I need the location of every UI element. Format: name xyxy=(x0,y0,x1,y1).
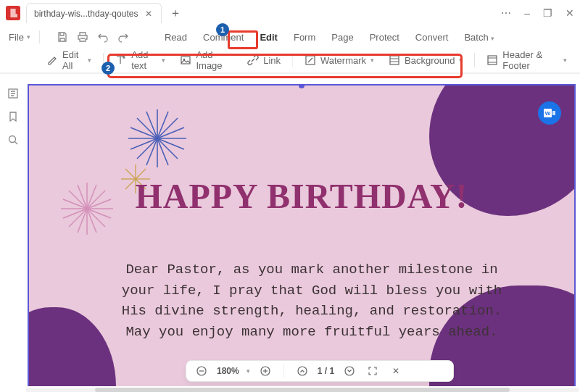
file-menu[interactable]: File▾ xyxy=(6,30,33,44)
svg-line-16 xyxy=(137,118,157,138)
svg-point-6 xyxy=(9,136,16,143)
document-title-text[interactable]: HAPPY BIRTHDAY! xyxy=(29,176,574,216)
file-menu-label: File xyxy=(9,32,24,43)
add-image-label: Add Image xyxy=(196,49,233,71)
svg-line-12 xyxy=(157,138,178,159)
edit-all-label: Edit All xyxy=(62,49,83,71)
quick-access-toolbar xyxy=(56,30,130,43)
more-icon[interactable]: ⋯ xyxy=(501,7,511,19)
svg-point-54 xyxy=(298,367,307,375)
header-footer-icon xyxy=(486,54,498,66)
close-window-icon[interactable]: ✕ xyxy=(566,7,574,19)
close-statusbar-button[interactable]: ✕ xyxy=(388,363,404,379)
document-page[interactable]: W HAPPY BIRTHDAY! Dear Pastor, as you ma… xyxy=(28,84,576,386)
horizontal-scrollbar[interactable] xyxy=(26,388,579,392)
page-indicator[interactable]: 1 / 1 xyxy=(318,366,334,376)
add-text-button[interactable]: Add text▾ xyxy=(109,46,171,74)
watermark-button[interactable]: Watermark▾ xyxy=(299,51,380,69)
tab-batch[interactable]: Batch ▾ xyxy=(457,29,502,46)
svg-rect-3 xyxy=(390,56,399,64)
chevron-down-icon: ▾ xyxy=(491,35,494,42)
redo-icon[interactable] xyxy=(117,30,130,43)
left-sidebar xyxy=(0,81,26,385)
zoom-out-button[interactable] xyxy=(194,363,210,379)
separator xyxy=(474,53,475,67)
separator xyxy=(292,53,293,67)
svg-point-55 xyxy=(345,367,354,375)
svg-text:W: W xyxy=(545,110,551,117)
header-footer-label: Header & Footer xyxy=(502,49,559,71)
view-status-bar: 180%▾ 1 / 1 ✕ xyxy=(186,360,454,382)
header-footer-button[interactable]: Header & Footer▾ xyxy=(481,46,573,74)
tab-title: birthday-wis...thday-qoutes xyxy=(34,9,138,19)
watermark-label: Watermark xyxy=(320,55,366,66)
new-tab-button[interactable]: ＋ xyxy=(166,4,185,22)
tab-edit[interactable]: Edit xyxy=(252,29,285,46)
scrollbar-thumb[interactable] xyxy=(95,388,510,392)
canvas-area: W HAPPY BIRTHDAY! Dear Pastor, as you ma… xyxy=(26,81,579,386)
chevron-down-icon: ▾ xyxy=(88,57,91,64)
chevron-down-icon: ▾ xyxy=(459,57,463,64)
print-icon[interactable] xyxy=(76,30,89,43)
document-tab[interactable]: birthday-wis...thday-qoutes ✕ xyxy=(26,3,162,23)
add-image-icon xyxy=(180,54,191,66)
undo-icon[interactable] xyxy=(96,30,109,43)
chevron-down-icon: ▾ xyxy=(370,57,374,64)
chevron-down-icon: ▾ xyxy=(563,57,567,64)
link-icon xyxy=(247,54,259,66)
document-body-text[interactable]: Dear Pastor, as you mark another milesto… xyxy=(116,259,508,342)
edit-toolbar: Edit All▾ Add text▾ Add Image Link Water… xyxy=(0,48,580,74)
tab-convert[interactable]: Convert xyxy=(408,29,456,46)
background-icon xyxy=(389,54,400,66)
edit-all-button[interactable]: Edit All▾ xyxy=(41,46,97,74)
separator xyxy=(283,364,284,378)
next-page-button[interactable] xyxy=(341,363,357,379)
fullscreen-button[interactable] xyxy=(365,363,381,379)
add-text-icon xyxy=(115,54,127,66)
tab-batch-label: Batch xyxy=(464,32,488,43)
link-button[interactable]: Link xyxy=(241,51,286,69)
zoom-in-button[interactable] xyxy=(257,363,273,379)
background-label: Background xyxy=(405,55,455,66)
maximize-icon[interactable]: ❐ xyxy=(543,7,552,19)
firework-icon xyxy=(125,106,190,171)
chevron-down-icon: ▾ xyxy=(162,57,165,64)
window-controls: ⋯ – ❐ ✕ xyxy=(501,7,574,19)
bookmarks-icon[interactable] xyxy=(7,110,20,123)
background-button[interactable]: Background▾ xyxy=(383,51,468,69)
thumbnails-icon[interactable] xyxy=(7,87,20,100)
separator xyxy=(39,30,40,43)
minimize-icon[interactable]: – xyxy=(524,7,530,19)
svg-rect-4 xyxy=(488,56,497,64)
svg-line-10 xyxy=(157,118,178,138)
menubar: File▾ Read Comment Edit Form Page Protec… xyxy=(0,26,580,48)
svg-line-14 xyxy=(137,138,157,159)
export-word-button[interactable]: W xyxy=(538,101,561,125)
close-tab-icon[interactable]: ✕ xyxy=(144,9,154,19)
svg-rect-0 xyxy=(181,57,190,64)
save-icon[interactable] xyxy=(56,30,69,43)
edit-all-icon xyxy=(46,54,58,66)
annotation-badge-1: 1 xyxy=(216,23,229,36)
tab-form[interactable]: Form xyxy=(286,29,323,46)
menu-tabs: Read Comment Edit Form Page Protect Conv… xyxy=(157,29,502,46)
watermark-icon xyxy=(304,54,316,66)
tab-read[interactable]: Read xyxy=(157,29,194,46)
chevron-down-icon: ▾ xyxy=(27,33,30,41)
selection-handle[interactable] xyxy=(299,84,304,88)
add-text-label: Add text xyxy=(131,49,157,71)
zoom-level[interactable]: 180% xyxy=(217,366,239,376)
link-label: Link xyxy=(263,55,281,66)
tab-protect[interactable]: Protect xyxy=(362,29,407,46)
prev-page-button[interactable] xyxy=(294,363,310,379)
chevron-down-icon[interactable]: ▾ xyxy=(246,367,250,375)
titlebar: birthday-wis...thday-qoutes ✕ ＋ ⋯ – ❐ ✕ xyxy=(0,0,580,26)
search-icon[interactable] xyxy=(7,133,20,146)
add-image-button[interactable]: Add Image xyxy=(174,46,239,74)
app-icon xyxy=(6,6,20,20)
annotation-badge-2: 2 xyxy=(102,62,115,75)
tab-page[interactable]: Page xyxy=(324,29,360,46)
decorative-blob xyxy=(28,307,116,386)
